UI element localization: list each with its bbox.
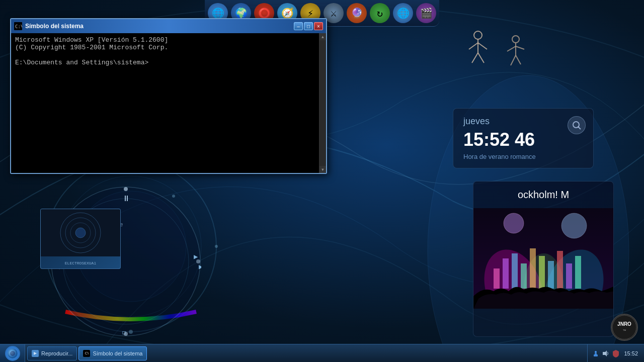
svg-point-44 (474, 31, 482, 39)
svg-rect-42 (566, 263, 572, 289)
svg-rect-41 (557, 251, 563, 289)
scrollbar-down-arrow[interactable]: ▼ (319, 166, 326, 173)
taskbar-item-2-label: Símbolo del sistema (93, 350, 142, 356)
maximize-button[interactable]: □ (304, 22, 313, 30)
jnro-logo-svg: JNRO ™ (612, 315, 637, 340)
svg-point-60 (10, 351, 15, 356)
svg-line-49 (478, 53, 484, 63)
svg-rect-38 (530, 248, 536, 289)
cmd-controls: – □ × (294, 22, 323, 30)
svg-point-32 (504, 213, 524, 233)
clock-day: jueves (463, 116, 583, 127)
skeleton2-svg (503, 35, 528, 70)
desktop: 🌐 🌍 ⭕ 🧭 ⚡ ⚔ 🔮 ↻ 🌐 🎬 C:\ Símbolo del sist… (0, 0, 644, 362)
jnro-icon[interactable]: JNRO ™ (611, 314, 638, 341)
cmd-titlebar: C:\ Símbolo del sistema – □ × (11, 19, 326, 33)
taskbar-item-1[interactable]: ▶ Reproducir... (27, 346, 77, 360)
svg-rect-36 (512, 253, 518, 289)
svg-line-55 (516, 55, 521, 64)
globe2-icon[interactable]: 🌐 (393, 3, 413, 23)
svg-rect-62 (595, 353, 597, 355)
tray-network-icon[interactable] (592, 349, 600, 357)
svg-text:▶: ▶ (199, 263, 201, 271)
taskbar-item-2-icon: C\ (83, 350, 90, 357)
svg-rect-35 (503, 258, 509, 289)
cmd-window: C:\ Símbolo del sistema – □ × Microsoft … (10, 18, 327, 174)
taskbar-item-1-icon: ▶ (32, 350, 39, 357)
media-inner-screen: ELECTROSEXUAl (40, 209, 121, 269)
refresh-icon[interactable]: ↻ (370, 3, 390, 23)
clock-search-icon[interactable] (568, 116, 586, 134)
media-track-label: ELECTROSEXUAl (65, 260, 96, 266)
clock-timezone: Hora de verano romance (463, 153, 583, 160)
tray-security-icon[interactable] (612, 349, 620, 357)
svg-line-47 (478, 43, 487, 49)
minimize-button[interactable]: – (294, 22, 303, 30)
start-icon (5, 346, 20, 361)
cmd-line-4: E:\Documents and Settings\sistema> (15, 59, 322, 66)
svg-line-54 (511, 55, 516, 65)
start-button[interactable] (0, 344, 25, 362)
music-stage (473, 208, 613, 309)
svg-text:⏸: ⏸ (122, 195, 130, 204)
svg-point-33 (561, 213, 587, 238)
system-tray: 15:52 (587, 344, 644, 362)
svg-point-50 (512, 36, 519, 43)
svg-text:C:\: C:\ (15, 24, 22, 29)
close-button[interactable]: × (314, 22, 323, 30)
media-icon[interactable]: 🎬 (416, 3, 436, 23)
svg-point-26 (75, 228, 86, 238)
taskbar-item-2[interactable]: C\ Símbolo del sistema (78, 346, 147, 360)
scrollbar-thumb[interactable] (319, 40, 326, 166)
scrollbar-up-arrow[interactable]: ▲ (319, 33, 326, 40)
svg-rect-40 (548, 261, 554, 289)
music-city-name: ockholm! M (473, 182, 613, 208)
svg-point-56 (612, 315, 636, 339)
media-screen-display (41, 209, 120, 256)
cmd-line-3 (15, 51, 322, 59)
svg-rect-43 (575, 256, 581, 289)
svg-line-46 (469, 43, 478, 49)
stage-lights-svg (473, 208, 613, 309)
svg-text:JNRO: JNRO (617, 321, 631, 327)
music-widget: ockholm! M (473, 181, 614, 337)
tray-sound-icon[interactable] (602, 349, 610, 357)
svg-marker-64 (603, 350, 607, 356)
ball-icon[interactable]: 🔮 (347, 3, 367, 23)
svg-line-48 (472, 53, 478, 63)
media-player-widget: ▶ ▶ ◀ ◻ ⏸ orbie ELECTROSEXUAl (50, 186, 201, 337)
skeleton-svg (463, 30, 493, 70)
taskbar: ▶ Reproducir... C\ Símbolo del sistema (0, 344, 644, 362)
cmd-line-1: Microsoft Windows XP [Versión 5.1.2600] (15, 36, 322, 44)
svg-text:™: ™ (623, 329, 626, 332)
svg-line-53 (516, 46, 524, 49)
taskbar-items: ▶ Reproducir... C\ Símbolo del sistema (25, 344, 587, 362)
svg-text:▶: ▶ (194, 253, 198, 261)
svg-rect-37 (521, 263, 527, 289)
svg-line-52 (507, 46, 516, 51)
svg-text:◻: ◻ (122, 329, 126, 336)
skeleton-figure (463, 30, 528, 78)
cmd-title-text: Símbolo del sistema (25, 23, 291, 30)
cmd-line-2: (C) Copyright 1985-2001 Microsoft Corp. (15, 44, 322, 51)
cmd-body[interactable]: Microsoft Windows XP [Versión 5.1.2600] … (11, 33, 326, 173)
cmd-scrollbar[interactable]: ▲ ▼ (319, 33, 326, 173)
svg-point-8 (215, 245, 218, 248)
svg-point-63 (595, 351, 597, 353)
clock-time: 15:52 46 (463, 129, 583, 150)
cmd-title-icon: C:\ (14, 22, 22, 30)
svg-rect-39 (539, 256, 545, 289)
svg-rect-34 (494, 268, 500, 289)
svg-line-28 (578, 127, 581, 129)
clock-widget: jueves 15:52 46 Hora de verano romance (453, 108, 594, 168)
tray-clock: 15:52 (622, 350, 640, 356)
svg-point-14 (124, 187, 128, 191)
taskbar-item-1-label: Reproducir... (41, 350, 72, 356)
